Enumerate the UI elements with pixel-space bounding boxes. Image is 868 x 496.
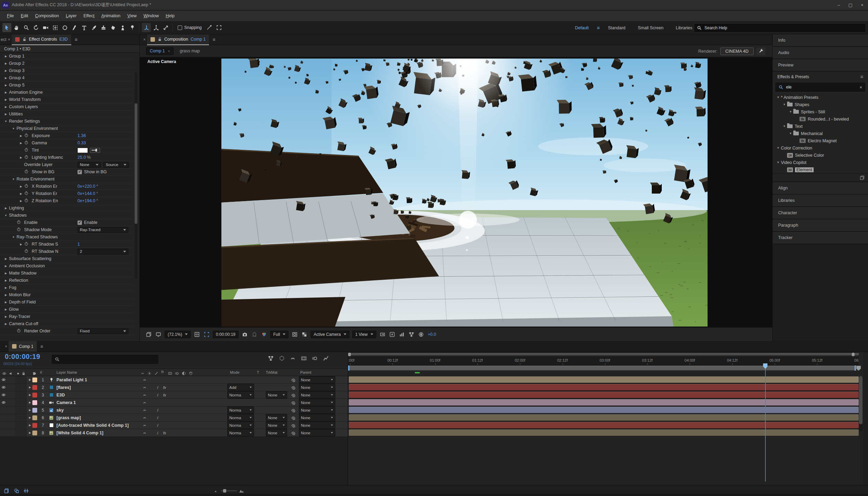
stopwatch-icon[interactable] <box>24 155 32 160</box>
fast-previews-icon[interactable] <box>388 331 396 338</box>
mode-dropdown[interactable]: Norma <box>227 406 254 414</box>
effect-property-row[interactable]: ▼Shadows <box>0 212 134 219</box>
layer-name[interactable]: Parallel Light 1 <box>56 376 87 383</box>
twirl-closed-icon[interactable]: ▶ <box>28 399 32 406</box>
preset-tree-item[interactable]: ▼Color Correction <box>773 144 868 152</box>
panel-header-info[interactable]: Info <box>773 34 868 47</box>
workspace-libraries[interactable]: Libraries <box>676 25 692 30</box>
shy-switch[interactable] <box>141 399 148 406</box>
lock-toggle[interactable] <box>21 414 27 421</box>
layer-track-row[interactable] <box>348 414 864 422</box>
exposure-value[interactable]: +0.0 <box>428 332 436 337</box>
expand-layer-switches-icon[interactable] <box>3 488 12 494</box>
property-dropdown[interactable]: Source <box>103 162 129 168</box>
property-dropdown[interactable]: Ray-Traced <box>77 227 128 233</box>
workspace-menu-icon[interactable]: ≡ <box>597 25 600 31</box>
quality-switch[interactable]: / <box>154 384 161 391</box>
layer-name[interactable]: [Auto-traced White Solid 4 Comp 1] <box>56 422 129 429</box>
fx-switch[interactable] <box>161 422 168 429</box>
menu-window[interactable]: Window <box>140 12 162 20</box>
work-area-bar[interactable] <box>348 365 859 371</box>
preset-tree-item[interactable]: fxRounded...t - beveled <box>773 115 868 123</box>
twirl-closed-icon[interactable]: ▶ <box>18 243 24 246</box>
column-parent[interactable]: Parent <box>300 370 311 374</box>
twirl-open-icon[interactable]: ▼ <box>10 236 17 239</box>
twirl-closed-icon[interactable]: ▶ <box>3 113 9 116</box>
twirl-closed-icon[interactable]: ▶ <box>3 69 9 72</box>
zoom-in-mountain-icon[interactable] <box>239 488 244 494</box>
twirl-closed-icon[interactable]: ▶ <box>28 406 32 414</box>
local-axis-tool[interactable] <box>142 23 151 32</box>
lock-toggle[interactable] <box>21 384 27 391</box>
layer-duration-bar[interactable] <box>349 384 859 391</box>
twirl-closed-icon[interactable]: ▶ <box>3 98 9 101</box>
effect-property-row[interactable]: ▶Animation Engine <box>0 89 134 96</box>
parent-dropdown[interactable]: None <box>299 399 335 406</box>
twirl-open-icon[interactable]: ▼ <box>782 125 787 128</box>
parent-dropdown[interactable]: None <box>299 384 335 391</box>
layer-label-chip[interactable] <box>32 431 37 435</box>
twirl-closed-icon[interactable]: ▶ <box>3 55 9 58</box>
parent-pickwhip-icon[interactable] <box>291 415 296 422</box>
column-mode[interactable]: Mode <box>230 370 240 374</box>
fx-switch[interactable] <box>161 414 168 421</box>
timeline-track-area[interactable]: 0:00f00:12f01:00f01:12f02:00f02:12f03:00… <box>348 352 863 496</box>
twirl-closed-icon[interactable]: ▶ <box>28 384 32 391</box>
layer-track-row[interactable] <box>348 376 864 384</box>
menu-composition[interactable]: Composition <box>32 12 62 20</box>
menu-help[interactable]: Help <box>162 12 178 20</box>
solo-toggle[interactable] <box>15 414 21 421</box>
parent-pickwhip-icon[interactable] <box>291 407 296 414</box>
effect-property-row[interactable]: ▶Fog <box>0 284 134 291</box>
layer-label-chip[interactable] <box>32 393 37 397</box>
layer-track-row[interactable] <box>348 384 864 391</box>
effect-property-row[interactable]: RT Shadow N2 <box>0 248 134 255</box>
audio-toggle[interactable] <box>8 391 15 399</box>
effect-property-row[interactable]: Override LayerNoneSource <box>0 161 134 168</box>
menu-effect[interactable]: Effect <box>80 12 98 20</box>
maximize-button[interactable]: ▢ <box>845 0 856 10</box>
layer-row[interactable]: ▶8[White Solid 4 Comp 1]/fxNormaNoneNone <box>0 429 348 437</box>
shy-switch[interactable] <box>141 429 148 436</box>
twirl-closed-icon[interactable]: ▶ <box>3 84 9 87</box>
video-visibility-toggle[interactable] <box>0 406 7 414</box>
layer-label-chip[interactable] <box>32 385 37 390</box>
property-value[interactable]: 0x+194.0° <box>77 198 98 203</box>
property-dropdown[interactable]: None <box>77 162 101 168</box>
timeline-search[interactable] <box>52 355 158 364</box>
effect-property-row[interactable]: ▶Group 3 <box>0 67 134 74</box>
parent-pickwhip-icon[interactable] <box>291 392 296 399</box>
parent-pickwhip-icon[interactable] <box>291 400 296 407</box>
twirl-closed-icon[interactable]: ▶ <box>3 293 9 297</box>
timeline-zoom-control[interactable] <box>214 488 244 494</box>
twirl-closed-icon[interactable]: ▶ <box>18 142 24 145</box>
trkmat-dropdown[interactable]: None <box>266 429 287 436</box>
effect-property-row[interactable]: ▶Utilities <box>0 111 134 118</box>
fx-switch[interactable] <box>161 406 168 414</box>
preset-tree-item[interactable]: ▼Text <box>773 123 868 130</box>
twirl-closed-icon[interactable]: ▶ <box>3 265 9 268</box>
layer-track-row[interactable] <box>348 429 864 437</box>
twirl-closed-icon[interactable]: ▶ <box>28 391 32 399</box>
renderer-button[interactable]: CINEMA 4D <box>720 48 754 55</box>
twirl-closed-icon[interactable]: ▶ <box>3 91 9 94</box>
project-tab-partial[interactable]: ect <box>1 37 7 42</box>
preset-tree-item[interactable]: ▼* Animation Presets <box>773 94 868 101</box>
scrollbar[interactable] <box>135 72 137 279</box>
layer-duration-bar[interactable] <box>349 414 859 421</box>
column-number[interactable]: # <box>40 370 42 374</box>
view-axis-tool[interactable] <box>161 23 170 32</box>
stopwatch-icon[interactable] <box>17 220 24 225</box>
world-axis-tool[interactable] <box>151 23 160 32</box>
twirl-closed-icon[interactable]: ▶ <box>3 207 9 210</box>
solo-toggle[interactable] <box>15 391 21 399</box>
twirl-open-icon[interactable]: ▼ <box>788 132 793 135</box>
layer-row[interactable]: ▶1Parallel Light 1None <box>0 376 348 384</box>
current-time-display[interactable]: 0:00:00:19 <box>5 353 40 361</box>
trkmat-dropdown[interactable]: None <box>266 391 287 399</box>
twirl-closed-icon[interactable]: ▶ <box>3 62 9 65</box>
effect-property-row[interactable]: ▶Lighting <box>0 205 134 212</box>
preset-tree-item[interactable]: ▼Shapes <box>773 101 868 108</box>
hand-tool[interactable] <box>12 23 21 32</box>
parent-dropdown[interactable]: None <box>299 414 335 421</box>
